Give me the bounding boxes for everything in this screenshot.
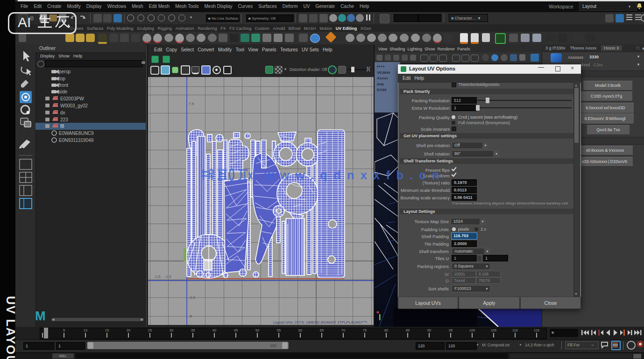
- svg-text:side: side: [59, 89, 68, 94]
- svg-text:115: 115: [534, 328, 539, 332]
- svg-text:dx: dx: [60, 110, 65, 115]
- svg-text:70: 70: [341, 328, 345, 332]
- svg-text:85: 85: [406, 328, 410, 332]
- svg-text:100: 100: [469, 328, 475, 332]
- svg-text:E0WANE8UNC9: E0WANE8UNC9: [59, 131, 94, 136]
- svg-text:25: 25: [148, 328, 152, 332]
- svg-text:110: 110: [512, 328, 518, 332]
- svg-text:E02003PW: E02003PW: [60, 96, 84, 101]
- svg-text:W0003_gy02: W0003_gy02: [60, 103, 88, 108]
- svg-text:5: 5: [63, 328, 65, 332]
- svg-text:45: 45: [234, 328, 238, 332]
- svg-text:front: front: [59, 83, 68, 88]
- svg-text:15: 15: [105, 328, 109, 332]
- svg-text:75: 75: [363, 328, 367, 332]
- svg-text:50: 50: [255, 328, 259, 332]
- svg-text:f8: f8: [60, 124, 64, 129]
- svg-text:35: 35: [191, 328, 195, 332]
- svg-text:95: 95: [449, 328, 453, 332]
- svg-text:persp: persp: [59, 69, 71, 74]
- svg-text:65: 65: [320, 328, 324, 332]
- svg-text:E0N9311319049: E0N9311319049: [59, 138, 94, 143]
- svg-text:40: 40: [212, 328, 216, 332]
- svg-text:10: 10: [84, 328, 87, 332]
- svg-text:55: 55: [277, 328, 281, 332]
- svg-text:60: 60: [298, 328, 302, 332]
- svg-text:223: 223: [60, 117, 68, 122]
- svg-text:80: 80: [384, 328, 388, 332]
- svg-text:90: 90: [427, 328, 431, 332]
- svg-text:20: 20: [127, 328, 130, 332]
- svg-text:105: 105: [491, 328, 497, 332]
- svg-text:30: 30: [170, 328, 173, 332]
- svg-text:top: top: [59, 76, 65, 81]
